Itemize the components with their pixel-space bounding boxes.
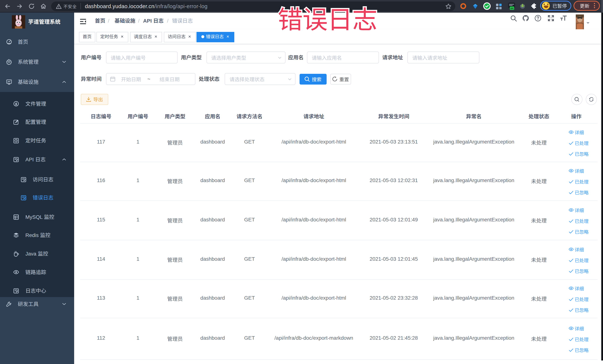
svg-text:on: on [510, 7, 513, 10]
